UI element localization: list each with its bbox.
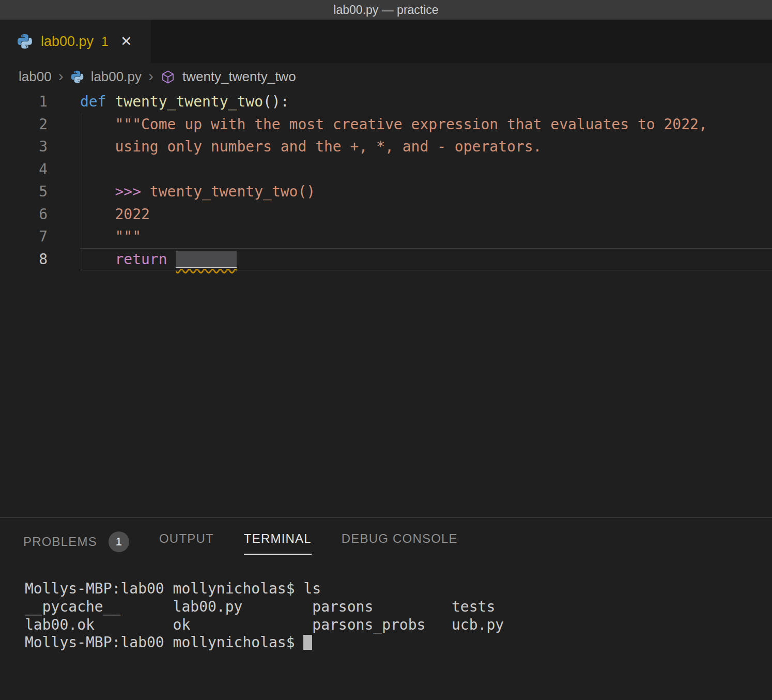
code-token: twenty_twenty_two() <box>141 183 315 200</box>
code-token: def <box>80 93 106 110</box>
terminal-prompt: Mollys-MBP:lab00 mollynicholas$ <box>25 634 303 651</box>
selected-placeholder-warning[interactable]: _______ <box>176 251 237 268</box>
code-token: twenty_twenty_two <box>115 93 263 110</box>
terminal-line: Mollys-MBP:lab00 mollynicholas$ ls <box>25 580 504 598</box>
chevron-right-icon: › <box>148 67 153 85</box>
panel-tab-bar: PROBLEMS 1 OUTPUT TERMINAL DEBUG CONSOLE <box>0 518 772 561</box>
code-editor[interactable]: 1 def twenty_twenty_two(): 2 """Come up … <box>0 90 772 517</box>
panel-tab-label: DEBUG CONSOLE <box>342 531 458 546</box>
terminal-line: __pycache__ lab00.py parsons tests <box>25 598 504 616</box>
code-token: using only numbers and the +, *, and - o… <box>80 138 542 155</box>
code-token <box>167 251 176 268</box>
panel-tab-debug-console[interactable]: DEBUG CONSOLE <box>342 531 458 555</box>
line-number: 1 <box>0 90 48 113</box>
panel-tab-label: PROBLEMS <box>23 535 97 549</box>
panel-tab-terminal[interactable]: TERMINAL <box>244 531 312 555</box>
line-number: 4 <box>0 158 48 181</box>
python-file-icon <box>70 70 84 84</box>
code-token: return <box>115 251 167 268</box>
panel-tab-label: OUTPUT <box>159 531 214 546</box>
tab-lab00-py[interactable]: lab00.py 1 ✕ <box>0 20 151 63</box>
code-token: >>> <box>115 183 141 200</box>
problems-count-badge: 1 <box>109 531 129 552</box>
code-token <box>106 93 115 110</box>
code-line-5: 5 >>> twenty_twenty_two() <box>0 180 772 203</box>
code-token: """Come up with the most creative expres… <box>80 116 707 133</box>
line-number: 6 <box>0 203 48 226</box>
terminal-prompt-line: Mollys-MBP:lab00 mollynicholas$ <box>25 634 504 652</box>
terminal-output[interactable]: Mollys-MBP:lab00 mollynicholas$ ls__pyca… <box>25 580 504 652</box>
code-line-1: 1 def twenty_twenty_two(): <box>0 90 772 113</box>
code-line-4: 4 <box>0 158 772 181</box>
line-number: 8 <box>0 248 48 271</box>
chevron-right-icon: › <box>58 67 64 85</box>
code-token <box>80 251 115 268</box>
code-token: (): <box>263 93 289 110</box>
panel-tab-output[interactable]: OUTPUT <box>159 531 214 555</box>
window-titlebar: lab00.py — practice <box>0 0 772 20</box>
terminal-cursor <box>303 635 312 650</box>
window-title: lab00.py — practice <box>333 3 438 17</box>
line-number: 7 <box>0 225 48 248</box>
breadcrumb-folder[interactable]: lab00 <box>19 69 52 85</box>
code-token: """ <box>80 228 141 245</box>
line-number: 3 <box>0 135 48 158</box>
code-token <box>80 183 115 200</box>
code-line-2: 2 """Come up with the most creative expr… <box>0 113 772 136</box>
breadcrumb: lab00 › lab00.py › twenty_twenty_two <box>0 63 772 90</box>
code-line-7: 7 """ <box>0 225 772 248</box>
tab-strip: lab00.py 1 ✕ <box>0 20 772 63</box>
tab-problems-count: 1 <box>101 34 109 49</box>
tab-close-icon[interactable]: ✕ <box>120 35 132 49</box>
line-number: 2 <box>0 113 48 136</box>
line-number: 5 <box>0 180 48 203</box>
bottom-panel: PROBLEMS 1 OUTPUT TERMINAL DEBUG CONSOLE… <box>0 517 772 700</box>
code-line-8-current: 8 return _______ <box>0 248 772 271</box>
terminal-line: lab00.ok ok parsons_probs ucb.py <box>25 616 504 634</box>
code-token: 2022 <box>80 206 150 223</box>
tab-filename: lab00.py <box>41 34 94 50</box>
code-line-3: 3 using only numbers and the +, *, and -… <box>0 135 772 158</box>
breadcrumb-symbol[interactable]: twenty_twenty_two <box>182 69 296 85</box>
panel-tab-label: TERMINAL <box>244 531 312 546</box>
symbol-function-cube-icon <box>160 69 176 85</box>
code-line-6: 6 2022 <box>0 203 772 226</box>
panel-tab-problems[interactable]: PROBLEMS 1 <box>23 531 129 561</box>
python-file-icon <box>17 33 33 50</box>
breadcrumb-file[interactable]: lab00.py <box>91 69 142 85</box>
